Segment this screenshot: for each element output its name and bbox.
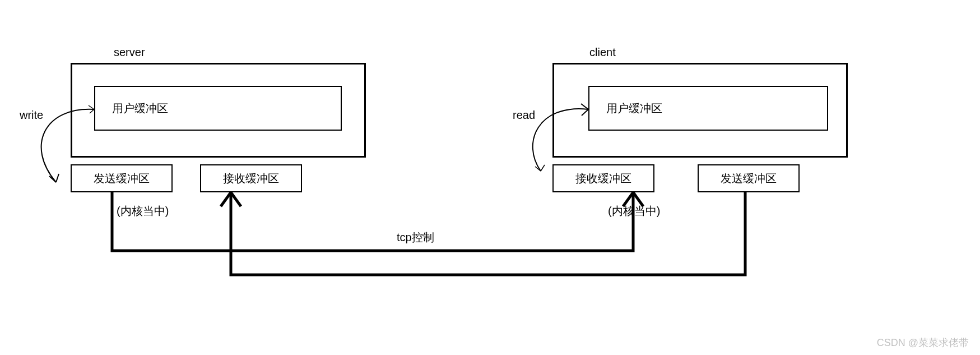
client-user-buffer-box: 用户缓冲区 [588,86,828,131]
server-recv-buffer-box: 接收缓冲区 [200,164,302,192]
client-kernel-note: (内核当中) [608,204,660,219]
tcp-control-label: tcp控制 [397,230,434,245]
client-recv-buffer-box: 接收缓冲区 [552,164,654,192]
client-user-buffer-label: 用户缓冲区 [606,101,662,116]
tcp-path-server-to-client [112,192,633,251]
server-user-buffer-label: 用户缓冲区 [112,101,168,116]
client-read-label: read [513,109,535,122]
client-title: client [589,46,616,59]
server-send-buffer-label: 发送缓冲区 [94,171,150,186]
server-recv-buffer-label: 接收缓冲区 [223,171,279,186]
server-send-buffer-box: 发送缓冲区 [71,164,173,192]
client-send-buffer-label: 发送缓冲区 [721,171,777,186]
server-user-buffer-box: 用户缓冲区 [94,86,342,131]
client-send-buffer-box: 发送缓冲区 [698,164,800,192]
tcp-path-client-to-server [231,192,745,275]
client-recv-buffer-label: 接收缓冲区 [575,171,631,186]
server-kernel-note: (内核当中) [117,204,169,219]
watermark: CSDN @菜菜求佬带 [877,336,969,349]
server-write-label: write [20,109,43,122]
server-title: server [114,46,145,59]
